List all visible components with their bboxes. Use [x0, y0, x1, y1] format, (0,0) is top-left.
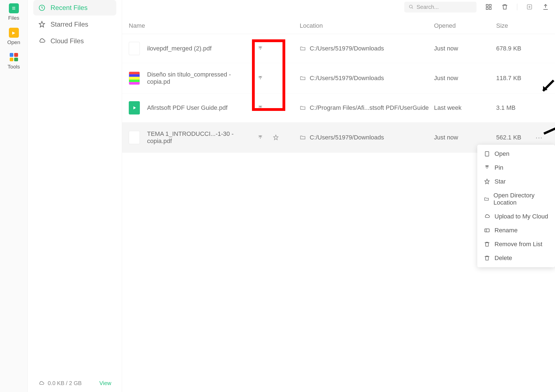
- menu-remove[interactable]: Remove from List: [477, 237, 555, 251]
- sidebar-cloud-files[interactable]: Cloud Files: [33, 33, 116, 49]
- search-input[interactable]: Search...: [404, 2, 476, 12]
- menu-open-directory[interactable]: Open Directory Location: [477, 189, 555, 210]
- sidebar-recent-files[interactable]: Recent Files: [33, 0, 116, 16]
- toolbar-icons: [485, 3, 549, 11]
- file-name: Afirstsoft PDF User Guide.pdf: [147, 104, 253, 111]
- file-name: ilovepdf_merged (2).pdf: [147, 45, 253, 52]
- menu-rename[interactable]: Rename: [477, 223, 555, 237]
- file-icon: [484, 151, 490, 157]
- file-opened: Just now: [434, 75, 496, 82]
- pin-icon: [484, 165, 490, 171]
- table-header: Name Location Opened Size: [122, 14, 555, 34]
- trash-icon[interactable]: [501, 3, 509, 11]
- cloud-icon: [38, 380, 44, 386]
- trash-icon: [484, 255, 490, 261]
- left-rail: Files Open Tools: [0, 0, 28, 392]
- context-menu: Open Pin Star Open Directory Location Up…: [477, 145, 555, 267]
- file-thumbnail: [129, 101, 140, 114]
- file-name: Diseño sin título_compressed - copia.pd: [147, 71, 253, 85]
- file-row[interactable]: ilovepdf_merged (2).pdfC:/Users/51979/Do…: [122, 34, 555, 63]
- column-location[interactable]: Location: [300, 22, 434, 29]
- upload-icon[interactable]: [542, 3, 549, 11]
- rail-open[interactable]: Open: [0, 24, 27, 49]
- file-location: C:/Users/51979/Downloads: [300, 75, 434, 82]
- file-size: 118.7 KB: [496, 75, 532, 82]
- menu-open[interactable]: Open: [477, 147, 555, 161]
- file-opened: Just now: [434, 134, 496, 141]
- column-opened[interactable]: Opened: [434, 22, 496, 29]
- file-location: C:/Users/51979/Downloads: [300, 45, 434, 52]
- menu-delete[interactable]: Delete: [477, 251, 555, 265]
- toolbar-divider: [517, 4, 517, 10]
- file-thumbnail: [129, 72, 140, 85]
- rail-open-label: Open: [7, 39, 20, 45]
- sidebar-starred-files[interactable]: Starred Files: [33, 17, 116, 32]
- rail-files-label: Files: [8, 15, 19, 21]
- storage-usage: 0.0 KB / 2 GB: [48, 380, 82, 386]
- rail-tools[interactable]: Tools: [0, 49, 27, 73]
- svg-rect-5: [489, 7, 491, 9]
- more-actions-button[interactable]: ···: [536, 134, 548, 141]
- pin-icon[interactable]: [257, 134, 263, 141]
- new-file-icon[interactable]: [526, 3, 533, 11]
- file-thumbnail: [129, 131, 140, 144]
- folder-icon: [300, 75, 306, 81]
- pin-icon[interactable]: [257, 75, 263, 81]
- file-opened: Just now: [434, 45, 496, 52]
- svg-point-1: [409, 5, 412, 8]
- sidebar: Recent Files Starred Files Cloud Files 0…: [28, 0, 122, 392]
- sidebar-recent-label: Recent Files: [51, 4, 87, 12]
- folder-icon: [484, 196, 489, 202]
- clock-icon: [38, 4, 46, 11]
- file-size: 3.1 MB: [496, 104, 532, 111]
- rail-files[interactable]: Files: [0, 0, 27, 24]
- file-row[interactable]: Afirstsoft PDF User Guide.pdfC:/Program …: [122, 93, 555, 123]
- tools-icon: [9, 52, 19, 62]
- sidebar-cloud-label: Cloud Files: [51, 37, 84, 45]
- grid-view-icon[interactable]: [485, 3, 493, 11]
- star-icon: [38, 21, 46, 28]
- storage-bar: 0.0 KB / 2 GB View: [33, 377, 116, 392]
- file-size: 562.1 KB: [496, 134, 532, 141]
- file-list: ilovepdf_merged (2).pdfC:/Users/51979/Do…: [122, 34, 555, 153]
- folder-icon: [300, 45, 306, 52]
- file-thumbnail: [129, 42, 140, 55]
- folder-icon: [300, 105, 306, 111]
- star-icon[interactable]: [273, 134, 279, 141]
- rail-tools-label: Tools: [7, 64, 20, 70]
- search-icon: [409, 4, 414, 9]
- svg-rect-12: [485, 229, 490, 232]
- file-name: TEMA 1_INTRODUCCI...-1-30 - copia.pdf: [147, 130, 253, 145]
- file-row[interactable]: Diseño sin título_compressed - copia.pdC…: [122, 63, 555, 93]
- toolbar: Search...: [122, 0, 555, 14]
- files-icon: [9, 3, 19, 13]
- column-size[interactable]: Size: [496, 22, 548, 29]
- open-folder-icon: [9, 28, 19, 38]
- cloud-icon: [38, 37, 46, 45]
- svg-rect-2: [486, 4, 488, 6]
- main-area: Search... Name Location Opened Size ilov…: [122, 0, 555, 392]
- column-name[interactable]: Name: [129, 22, 300, 29]
- sidebar-starred-label: Starred Files: [51, 21, 88, 28]
- folder-icon: [300, 134, 306, 141]
- pin-icon[interactable]: [257, 45, 263, 52]
- menu-star[interactable]: Star: [477, 175, 555, 189]
- remove-icon: [484, 241, 490, 247]
- search-placeholder: Search...: [417, 4, 439, 10]
- storage-view-link[interactable]: View: [99, 380, 111, 386]
- menu-pin[interactable]: Pin: [477, 161, 555, 175]
- svg-rect-3: [489, 4, 491, 6]
- file-size: 678.9 KB: [496, 45, 532, 52]
- star-icon: [484, 179, 490, 185]
- file-location: C:/Users/51979/Downloads: [300, 134, 434, 141]
- rename-icon: [484, 227, 490, 233]
- svg-rect-4: [486, 7, 488, 9]
- cloud-icon: [484, 213, 490, 220]
- file-location: C:/Program Files/Afi...stsoft PDF/UserGu…: [300, 104, 434, 111]
- pin-icon[interactable]: [257, 105, 263, 111]
- file-opened: Last week: [434, 104, 496, 111]
- menu-upload-cloud[interactable]: Upload to My Cloud: [477, 210, 555, 223]
- svg-rect-11: [485, 152, 489, 156]
